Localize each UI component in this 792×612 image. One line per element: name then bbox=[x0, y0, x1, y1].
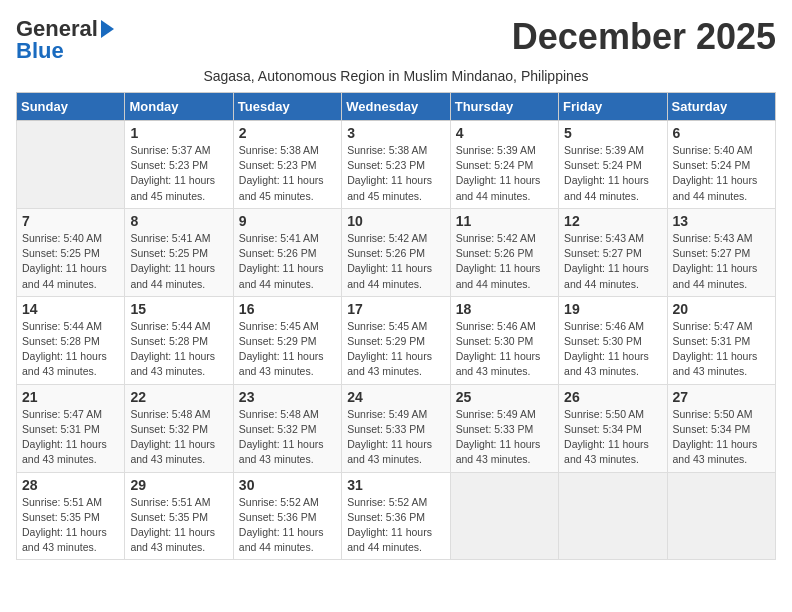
day-info: Sunrise: 5:52 AMSunset: 5:36 PMDaylight:… bbox=[347, 495, 444, 556]
day-number: 13 bbox=[673, 213, 770, 229]
calendar-cell: 15Sunrise: 5:44 AMSunset: 5:28 PMDayligh… bbox=[125, 296, 233, 384]
day-number: 30 bbox=[239, 477, 336, 493]
calendar-cell: 12Sunrise: 5:43 AMSunset: 5:27 PMDayligh… bbox=[559, 208, 667, 296]
day-info: Sunrise: 5:44 AMSunset: 5:28 PMDaylight:… bbox=[22, 319, 119, 380]
calendar-cell: 1Sunrise: 5:37 AMSunset: 5:23 PMDaylight… bbox=[125, 121, 233, 209]
day-number: 1 bbox=[130, 125, 227, 141]
logo-arrow-icon bbox=[101, 20, 114, 38]
day-info: Sunrise: 5:50 AMSunset: 5:34 PMDaylight:… bbox=[564, 407, 661, 468]
calendar-cell: 10Sunrise: 5:42 AMSunset: 5:26 PMDayligh… bbox=[342, 208, 450, 296]
calendar-cell: 9Sunrise: 5:41 AMSunset: 5:26 PMDaylight… bbox=[233, 208, 341, 296]
calendar-cell: 4Sunrise: 5:39 AMSunset: 5:24 PMDaylight… bbox=[450, 121, 558, 209]
calendar-cell: 5Sunrise: 5:39 AMSunset: 5:24 PMDaylight… bbox=[559, 121, 667, 209]
logo: General Blue bbox=[16, 16, 114, 64]
day-info: Sunrise: 5:43 AMSunset: 5:27 PMDaylight:… bbox=[564, 231, 661, 292]
day-info: Sunrise: 5:46 AMSunset: 5:30 PMDaylight:… bbox=[456, 319, 553, 380]
day-number: 21 bbox=[22, 389, 119, 405]
day-info: Sunrise: 5:47 AMSunset: 5:31 PMDaylight:… bbox=[22, 407, 119, 468]
day-number: 24 bbox=[347, 389, 444, 405]
logo-blue: Blue bbox=[16, 38, 64, 64]
calendar-cell: 11Sunrise: 5:42 AMSunset: 5:26 PMDayligh… bbox=[450, 208, 558, 296]
day-number: 3 bbox=[347, 125, 444, 141]
day-info: Sunrise: 5:46 AMSunset: 5:30 PMDaylight:… bbox=[564, 319, 661, 380]
calendar-cell: 20Sunrise: 5:47 AMSunset: 5:31 PMDayligh… bbox=[667, 296, 775, 384]
calendar-cell: 16Sunrise: 5:45 AMSunset: 5:29 PMDayligh… bbox=[233, 296, 341, 384]
calendar-cell bbox=[667, 472, 775, 560]
day-number: 2 bbox=[239, 125, 336, 141]
weekday-header-cell: Sunday bbox=[17, 93, 125, 121]
calendar-table: SundayMondayTuesdayWednesdayThursdayFrid… bbox=[16, 92, 776, 560]
calendar-week-row: 1Sunrise: 5:37 AMSunset: 5:23 PMDaylight… bbox=[17, 121, 776, 209]
calendar-cell: 18Sunrise: 5:46 AMSunset: 5:30 PMDayligh… bbox=[450, 296, 558, 384]
day-number: 4 bbox=[456, 125, 553, 141]
day-number: 19 bbox=[564, 301, 661, 317]
day-number: 15 bbox=[130, 301, 227, 317]
day-number: 14 bbox=[22, 301, 119, 317]
day-info: Sunrise: 5:49 AMSunset: 5:33 PMDaylight:… bbox=[456, 407, 553, 468]
day-info: Sunrise: 5:45 AMSunset: 5:29 PMDaylight:… bbox=[239, 319, 336, 380]
day-number: 12 bbox=[564, 213, 661, 229]
calendar-cell: 6Sunrise: 5:40 AMSunset: 5:24 PMDaylight… bbox=[667, 121, 775, 209]
day-number: 7 bbox=[22, 213, 119, 229]
day-info: Sunrise: 5:51 AMSunset: 5:35 PMDaylight:… bbox=[22, 495, 119, 556]
calendar-cell: 2Sunrise: 5:38 AMSunset: 5:23 PMDaylight… bbox=[233, 121, 341, 209]
day-number: 26 bbox=[564, 389, 661, 405]
day-info: Sunrise: 5:37 AMSunset: 5:23 PMDaylight:… bbox=[130, 143, 227, 204]
day-info: Sunrise: 5:42 AMSunset: 5:26 PMDaylight:… bbox=[347, 231, 444, 292]
day-info: Sunrise: 5:47 AMSunset: 5:31 PMDaylight:… bbox=[673, 319, 770, 380]
day-info: Sunrise: 5:42 AMSunset: 5:26 PMDaylight:… bbox=[456, 231, 553, 292]
weekday-header-cell: Friday bbox=[559, 93, 667, 121]
calendar-cell: 21Sunrise: 5:47 AMSunset: 5:31 PMDayligh… bbox=[17, 384, 125, 472]
day-info: Sunrise: 5:43 AMSunset: 5:27 PMDaylight:… bbox=[673, 231, 770, 292]
day-info: Sunrise: 5:38 AMSunset: 5:23 PMDaylight:… bbox=[347, 143, 444, 204]
day-info: Sunrise: 5:40 AMSunset: 5:25 PMDaylight:… bbox=[22, 231, 119, 292]
calendar-cell: 28Sunrise: 5:51 AMSunset: 5:35 PMDayligh… bbox=[17, 472, 125, 560]
calendar-cell: 31Sunrise: 5:52 AMSunset: 5:36 PMDayligh… bbox=[342, 472, 450, 560]
day-number: 27 bbox=[673, 389, 770, 405]
day-number: 25 bbox=[456, 389, 553, 405]
day-number: 29 bbox=[130, 477, 227, 493]
day-number: 31 bbox=[347, 477, 444, 493]
subtitle: Sagasa, Autonomous Region in Muslim Mind… bbox=[16, 68, 776, 84]
calendar-cell: 8Sunrise: 5:41 AMSunset: 5:25 PMDaylight… bbox=[125, 208, 233, 296]
day-info: Sunrise: 5:44 AMSunset: 5:28 PMDaylight:… bbox=[130, 319, 227, 380]
day-number: 6 bbox=[673, 125, 770, 141]
weekday-header-cell: Monday bbox=[125, 93, 233, 121]
day-info: Sunrise: 5:39 AMSunset: 5:24 PMDaylight:… bbox=[564, 143, 661, 204]
day-number: 23 bbox=[239, 389, 336, 405]
day-number: 9 bbox=[239, 213, 336, 229]
month-title: December 2025 bbox=[512, 16, 776, 58]
calendar-cell bbox=[559, 472, 667, 560]
calendar-cell: 17Sunrise: 5:45 AMSunset: 5:29 PMDayligh… bbox=[342, 296, 450, 384]
weekday-header-cell: Wednesday bbox=[342, 93, 450, 121]
day-number: 20 bbox=[673, 301, 770, 317]
calendar-cell: 22Sunrise: 5:48 AMSunset: 5:32 PMDayligh… bbox=[125, 384, 233, 472]
calendar-cell: 3Sunrise: 5:38 AMSunset: 5:23 PMDaylight… bbox=[342, 121, 450, 209]
day-number: 28 bbox=[22, 477, 119, 493]
calendar-cell: 25Sunrise: 5:49 AMSunset: 5:33 PMDayligh… bbox=[450, 384, 558, 472]
calendar-week-row: 28Sunrise: 5:51 AMSunset: 5:35 PMDayligh… bbox=[17, 472, 776, 560]
day-info: Sunrise: 5:48 AMSunset: 5:32 PMDaylight:… bbox=[239, 407, 336, 468]
day-info: Sunrise: 5:40 AMSunset: 5:24 PMDaylight:… bbox=[673, 143, 770, 204]
calendar-week-row: 21Sunrise: 5:47 AMSunset: 5:31 PMDayligh… bbox=[17, 384, 776, 472]
header: General Blue December 2025 bbox=[16, 16, 776, 64]
day-number: 8 bbox=[130, 213, 227, 229]
day-info: Sunrise: 5:39 AMSunset: 5:24 PMDaylight:… bbox=[456, 143, 553, 204]
day-number: 16 bbox=[239, 301, 336, 317]
calendar-cell bbox=[17, 121, 125, 209]
day-info: Sunrise: 5:41 AMSunset: 5:26 PMDaylight:… bbox=[239, 231, 336, 292]
day-number: 22 bbox=[130, 389, 227, 405]
calendar-cell: 24Sunrise: 5:49 AMSunset: 5:33 PMDayligh… bbox=[342, 384, 450, 472]
calendar-week-row: 14Sunrise: 5:44 AMSunset: 5:28 PMDayligh… bbox=[17, 296, 776, 384]
calendar-cell: 29Sunrise: 5:51 AMSunset: 5:35 PMDayligh… bbox=[125, 472, 233, 560]
calendar-cell: 30Sunrise: 5:52 AMSunset: 5:36 PMDayligh… bbox=[233, 472, 341, 560]
day-number: 5 bbox=[564, 125, 661, 141]
day-info: Sunrise: 5:45 AMSunset: 5:29 PMDaylight:… bbox=[347, 319, 444, 380]
day-info: Sunrise: 5:38 AMSunset: 5:23 PMDaylight:… bbox=[239, 143, 336, 204]
day-info: Sunrise: 5:50 AMSunset: 5:34 PMDaylight:… bbox=[673, 407, 770, 468]
weekday-header-cell: Saturday bbox=[667, 93, 775, 121]
calendar-week-row: 7Sunrise: 5:40 AMSunset: 5:25 PMDaylight… bbox=[17, 208, 776, 296]
day-info: Sunrise: 5:41 AMSunset: 5:25 PMDaylight:… bbox=[130, 231, 227, 292]
day-info: Sunrise: 5:49 AMSunset: 5:33 PMDaylight:… bbox=[347, 407, 444, 468]
calendar-cell: 19Sunrise: 5:46 AMSunset: 5:30 PMDayligh… bbox=[559, 296, 667, 384]
